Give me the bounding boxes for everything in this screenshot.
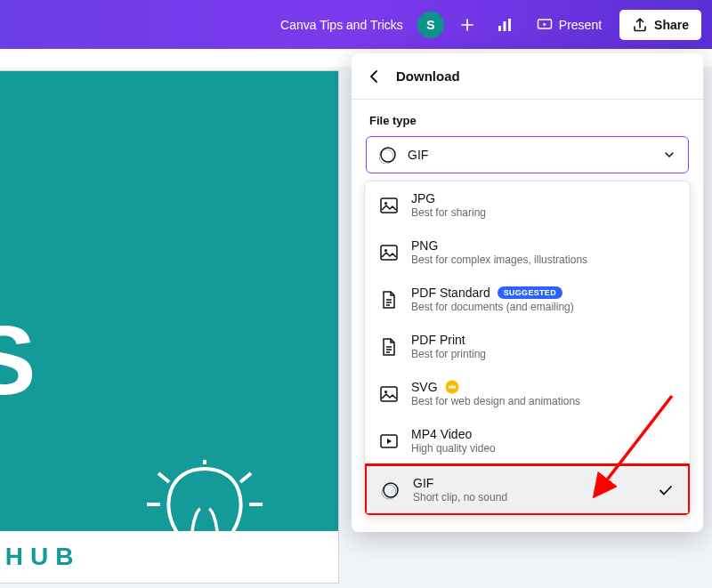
file-type-option-pdf-standard[interactable]: PDF Standard SUGGESTED Best for document… <box>365 276 690 323</box>
avatar-initial: S <box>426 18 434 32</box>
insights-button[interactable] <box>490 11 519 39</box>
file-type-options-list: JPG Best for sharing PNG Best for comple… <box>364 181 691 516</box>
svg-rect-2 <box>508 19 511 31</box>
plus-icon <box>460 18 474 32</box>
share-label: Share <box>654 18 689 32</box>
panel-header: Download <box>352 53 703 100</box>
panel-title: Download <box>396 68 460 84</box>
present-icon <box>537 17 553 33</box>
option-title: GIF <box>413 476 507 490</box>
image-icon <box>379 384 399 404</box>
svg-rect-0 <box>498 26 501 31</box>
document-title: Canva Tips and Tricks <box>280 18 403 32</box>
image-icon <box>379 196 399 215</box>
svg-point-11 <box>384 390 387 392</box>
option-title: MP4 Video <box>411 427 496 441</box>
add-collaborator-button[interactable] <box>453 11 481 39</box>
back-button[interactable] <box>368 69 382 84</box>
user-avatar[interactable]: S <box>417 12 444 38</box>
top-toolbar: Canva Tips and Tricks S Present Share <box>0 0 712 49</box>
option-desc: Best for complex images, illustrations <box>411 254 587 266</box>
select-value: GIF <box>408 148 428 162</box>
design-footer-bar: SIGN HUB <box>0 531 338 583</box>
file-type-option-svg[interactable]: SVG Best for web design and animations <box>365 370 690 417</box>
option-title: PDF Print <box>411 333 486 347</box>
option-desc: Best for web design and animations <box>411 395 580 407</box>
file-type-option-gif[interactable]: GIF Short clip, no sound <box>367 466 688 513</box>
crown-icon <box>445 380 459 394</box>
option-desc: Best for printing <box>411 348 486 360</box>
option-desc: High quality video <box>411 442 496 455</box>
image-icon <box>379 243 399 262</box>
svg-rect-10 <box>381 387 397 401</box>
design-text-line-1: A TIPS <box>0 311 41 409</box>
chevron-down-icon <box>663 149 676 161</box>
svg-point-9 <box>384 248 387 251</box>
document-icon <box>379 337 399 357</box>
chart-icon <box>497 17 513 33</box>
option-title: JPG <box>411 191 486 205</box>
document-icon <box>379 290 399 310</box>
file-type-option-pdf-print[interactable]: PDF Print Best for printing <box>365 323 690 370</box>
file-type-option-mp4[interactable]: MP4 Video High quality video <box>365 417 690 464</box>
option-title: PNG <box>411 238 587 253</box>
chevron-left-icon <box>368 69 382 84</box>
annotation-highlight: GIF Short clip, no sound <box>364 463 691 516</box>
design-footer-text: SIGN HUB <box>0 543 80 571</box>
gif-icon <box>381 480 400 500</box>
svg-rect-6 <box>381 198 397 213</box>
suggested-badge: SUGGESTED <box>498 286 562 299</box>
download-panel: Download File type GIF JPG Best for shar… <box>352 53 703 532</box>
file-type-label: File type <box>352 100 703 136</box>
option-desc: Best for sharing <box>411 206 486 219</box>
option-title: PDF Standard <box>411 286 490 300</box>
option-desc: Short clip, no sound <box>413 491 507 503</box>
option-title: SVG <box>411 380 438 394</box>
present-label: Present <box>559 18 602 32</box>
file-type-option-png[interactable]: PNG Best for complex images, illustratio… <box>365 229 690 276</box>
check-icon <box>658 482 674 498</box>
svg-rect-1 <box>503 21 506 31</box>
gif-icon <box>379 146 397 164</box>
svg-point-7 <box>384 201 387 204</box>
file-type-select[interactable]: GIF <box>366 136 689 173</box>
share-icon <box>632 17 648 33</box>
design-canvas[interactable]: A TIPS CKS SIGN HUB <box>0 71 338 583</box>
svg-rect-8 <box>381 246 397 260</box>
file-type-option-jpg[interactable]: JPG Best for sharing <box>365 181 690 229</box>
share-button[interactable]: Share <box>619 10 701 40</box>
present-button[interactable]: Present <box>528 12 611 38</box>
option-desc: Best for documents (and emailing) <box>411 301 574 313</box>
video-icon <box>379 431 399 451</box>
